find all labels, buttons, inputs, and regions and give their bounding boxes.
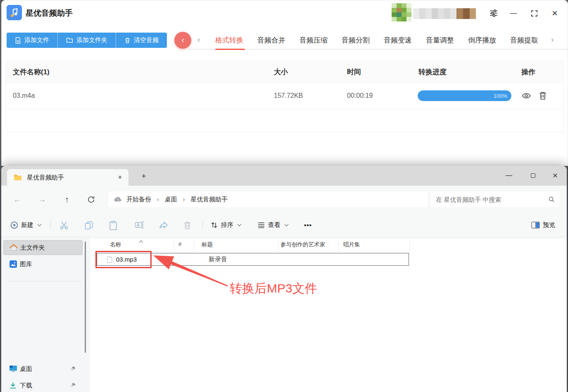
app-maximize-button[interactable] xyxy=(527,6,541,20)
tab-audio-merge[interactable]: 音频合并 xyxy=(257,35,285,45)
audio-app-window: 星优音频助手 — × 添加文件 xyxy=(1,0,568,166)
user-name-blurred xyxy=(413,8,476,19)
chevron-down-icon xyxy=(38,222,42,226)
address-bar[interactable]: 开始备份 › 桌面 › 星优音频助手 xyxy=(108,191,428,207)
search-box xyxy=(431,191,560,207)
app-logo-icon xyxy=(7,5,22,20)
explorer-tab-title: 星优音频助手 xyxy=(27,174,116,182)
download-icon xyxy=(10,382,17,389)
onedrive-sync-icon xyxy=(114,196,122,203)
column-name[interactable]: 名称 xyxy=(110,241,121,248)
table-row[interactable]: 03.m4a 157.72KB 00:00:19 100% xyxy=(6,83,563,109)
explorer-sidebar: 主文件夹 图库 桌面 下载 xyxy=(1,237,90,392)
folder-icon xyxy=(14,174,22,181)
tab-reverse-play[interactable]: 倒序播放 xyxy=(468,35,496,45)
explorer-chrome: ← → ↑ 开始备份 › 桌面 › 星优音频助手 xyxy=(1,186,567,237)
sort-button[interactable]: 排序 xyxy=(210,218,241,231)
tabs-scroll-left-icon[interactable]: ‹ xyxy=(197,35,200,44)
preview-pane-icon xyxy=(531,222,540,229)
tab-audio-compress[interactable]: 音频压缩 xyxy=(299,35,328,45)
app-minimize-button[interactable]: — xyxy=(506,6,520,20)
cut-icon[interactable] xyxy=(59,221,69,230)
tab-audio-speed[interactable]: 音频变速 xyxy=(384,35,412,45)
refresh-icon[interactable] xyxy=(84,192,98,206)
pin-icon xyxy=(70,366,76,372)
conversion-file-table: 文件名称(1) 大小 时间 转换进度 操作 03.m4a 157.72KB 00… xyxy=(6,61,563,132)
up-arrow-icon[interactable]: ↑ xyxy=(60,192,74,206)
new-button[interactable]: 新建 xyxy=(10,218,41,231)
more-dots-icon: ••• xyxy=(304,222,312,229)
explorer-tabbar: 星优音频助手 × + — × xyxy=(1,166,567,186)
gallery-icon xyxy=(10,260,17,268)
file-icon xyxy=(15,37,21,44)
add-folder-button[interactable]: 添加文件夹 xyxy=(57,33,116,48)
view-button[interactable]: 查看 xyxy=(257,218,288,231)
clear-audio-button[interactable]: 清空音频 xyxy=(116,33,167,48)
sidebar-scrollbar[interactable] xyxy=(85,241,86,353)
forward-arrow-icon[interactable]: → xyxy=(35,192,49,206)
explorer-minimize-button[interactable]: — xyxy=(501,168,517,182)
tab-format-convert[interactable]: 格式转换 xyxy=(215,35,243,45)
file-explorer-window: 星优音频助手 × + — × ← → ↑ 开始备份 › 桌面 › 星优音频助手 xyxy=(1,166,567,392)
settings-sliders-icon[interactable] xyxy=(487,6,501,20)
breadcrumb-desktop[interactable]: 桌面 xyxy=(165,196,177,203)
sort-ascending-icon xyxy=(139,241,143,245)
user-avatar-pixelated[interactable] xyxy=(392,3,411,21)
breadcrumb-current-folder[interactable]: 星优音频助手 xyxy=(190,196,228,203)
explorer-maximize-button[interactable] xyxy=(525,168,541,182)
tab-audio-split[interactable]: 音频分割 xyxy=(342,35,370,45)
active-tab-underline xyxy=(215,49,245,50)
folder-icon xyxy=(66,37,73,43)
more-options-button[interactable]: ••• xyxy=(304,218,312,231)
search-input[interactable] xyxy=(436,196,548,203)
new-tab-button[interactable]: + xyxy=(138,171,149,182)
desktop-icon xyxy=(10,366,17,372)
sidebar-item-home[interactable]: 主文件夹 xyxy=(3,240,83,255)
share-icon[interactable] xyxy=(159,221,168,230)
plus-circle-icon xyxy=(10,221,18,229)
cell-size: 157.72KB xyxy=(274,92,303,99)
preview-eye-icon[interactable] xyxy=(521,91,531,101)
tabs-scroll-right-icon[interactable]: › xyxy=(551,35,554,44)
delete-icon[interactable] xyxy=(183,221,192,230)
paste-icon[interactable] xyxy=(109,221,118,230)
header-time: 时间 xyxy=(347,67,361,76)
preview-toggle-button[interactable]: 预览 xyxy=(531,218,555,231)
back-arrow-icon[interactable]: ← xyxy=(10,192,24,206)
app-close-button[interactable]: × xyxy=(548,6,562,20)
tab-close-icon[interactable]: × xyxy=(116,174,124,181)
annotation-label: 转换后MP3文件 xyxy=(230,280,317,297)
explorer-close-button[interactable]: × xyxy=(547,168,563,182)
sidebar-item-desktop[interactable]: 桌面 xyxy=(3,361,83,376)
rename-icon[interactable] xyxy=(135,221,144,230)
progress-label: 100% xyxy=(494,93,507,99)
tab-volume-adjust[interactable]: 音量调整 xyxy=(426,35,454,45)
collapse-panel-button[interactable]: ‹ xyxy=(174,32,191,49)
cell-file-name: 03.m4a xyxy=(13,92,35,99)
explorer-tab[interactable]: 星优音频助手 × xyxy=(7,169,128,186)
delete-trash-icon[interactable] xyxy=(538,91,548,101)
progress-bar: 100% xyxy=(418,90,511,101)
chevron-down-icon xyxy=(238,222,242,226)
sidebar-divider xyxy=(8,281,81,281)
file-list-panel: 名称 # 标题 参与创作的艺术家 唱片集 03.mp3 新录音 转换后 xyxy=(90,237,567,392)
tab-audio-extract[interactable]: 音频提取 xyxy=(510,35,538,45)
column-title[interactable]: 标题 xyxy=(202,241,213,248)
sidebar-item-gallery[interactable]: 图库 xyxy=(3,257,83,272)
header-size: 大小 xyxy=(274,67,288,76)
copy-icon[interactable] xyxy=(84,221,93,230)
search-icon[interactable] xyxy=(548,196,555,203)
annotation-arrow xyxy=(150,248,233,290)
sidebar-item-downloads[interactable]: 下载 xyxy=(3,378,83,392)
column-artists[interactable]: 参与创作的艺术家 xyxy=(280,241,325,248)
breadcrumb-separator-icon: › xyxy=(155,196,161,203)
chevron-down-icon xyxy=(285,222,289,226)
column-album[interactable]: 唱片集 xyxy=(343,241,360,248)
breadcrumb-start-backup[interactable]: 开始备份 xyxy=(126,196,151,203)
column-number[interactable]: # xyxy=(178,241,182,247)
add-file-button[interactable]: 添加文件 xyxy=(7,33,57,48)
file-action-toolbar: 添加文件 添加文件夹 清空音频 xyxy=(7,33,167,48)
app-title: 星优音频助手 xyxy=(26,8,73,19)
home-icon xyxy=(10,244,18,251)
view-lines-icon xyxy=(257,222,265,229)
